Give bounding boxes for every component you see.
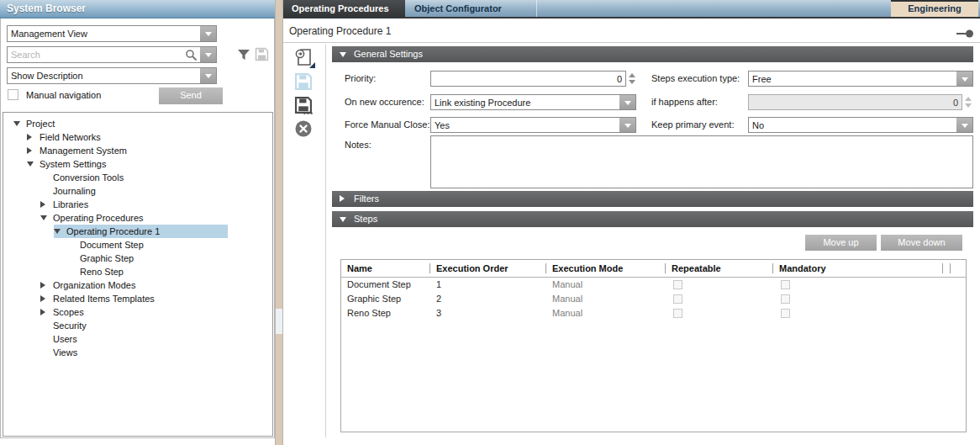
- tree-item-content[interactable]: Security: [40, 319, 92, 332]
- tree-item-content[interactable]: Project: [13, 117, 60, 130]
- expand-arrow-icon[interactable]: [27, 134, 40, 140]
- chevron-down-icon[interactable]: [619, 118, 635, 132]
- priority-input[interactable]: [430, 71, 626, 87]
- tree-item-content[interactable]: Graphic Step: [67, 252, 139, 265]
- tree-item-content[interactable]: System Settings: [27, 157, 111, 171]
- tree-item-related-items-templates[interactable]: Related Items Templates: [3, 292, 272, 305]
- expand-arrow-icon[interactable]: [40, 309, 53, 315]
- expand-arrow-icon[interactable]: [340, 195, 345, 202]
- send-button[interactable]: Send: [159, 87, 223, 104]
- tree-item-conversion-tools[interactable]: Conversion Tools: [3, 171, 272, 184]
- chevron-down-icon[interactable]: [619, 95, 635, 109]
- new-procedure-icon[interactable]: [294, 47, 314, 67]
- on-new-occurence-dropdown[interactable]: Link existing Procedure: [430, 94, 636, 110]
- chevron-down-icon[interactable]: [956, 72, 972, 86]
- tree-item-management-system[interactable]: Management System: [3, 144, 272, 157]
- pin-icon[interactable]: [956, 29, 974, 40]
- expand-arrow-icon[interactable]: [40, 295, 53, 302]
- manual-navigation-checkbox[interactable]: [8, 89, 18, 100]
- tree-item-document-step[interactable]: Document Step: [3, 238, 272, 252]
- steps-execution-type-dropdown[interactable]: Free: [748, 71, 973, 87]
- chevron-down-icon[interactable]: [956, 118, 972, 132]
- tree-item-content[interactable]: Operating Procedure 1: [54, 225, 228, 238]
- tree-item-system-settings[interactable]: System Settings: [3, 157, 272, 171]
- collapse-arrow-icon[interactable]: [13, 121, 26, 126]
- tree-item-graphic-step[interactable]: Graphic Step: [3, 252, 272, 265]
- search-options-chevron-icon[interactable]: [200, 47, 216, 62]
- filter-icon[interactable]: [237, 48, 250, 63]
- expand-arrow-icon[interactable]: [40, 201, 53, 208]
- tree-item-content[interactable]: Conversion Tools: [40, 171, 129, 184]
- column-header-name[interactable]: Name: [341, 260, 430, 277]
- search-icon[interactable]: [185, 49, 198, 63]
- tree-item-libraries[interactable]: Libraries: [3, 198, 272, 211]
- tree-item-users[interactable]: Users: [3, 332, 272, 346]
- repeatable-checkbox[interactable]: [673, 280, 682, 289]
- display-mode-dropdown[interactable]: Show Description: [7, 67, 217, 84]
- mandatory-checkbox[interactable]: [781, 280, 790, 289]
- force-manual-close-dropdown[interactable]: Yes: [430, 117, 636, 133]
- tree-item-content[interactable]: Document Step: [67, 238, 149, 252]
- tree-item-content[interactable]: Scopes: [40, 305, 89, 319]
- tree-item-operating-procedure-1[interactable]: Operating Procedure 1: [3, 225, 272, 238]
- collapse-arrow-icon[interactable]: [27, 162, 40, 167]
- tree-item-content[interactable]: Reno Step: [67, 265, 129, 278]
- steps-header[interactable]: Steps: [332, 211, 973, 227]
- tree-item-security[interactable]: Security: [3, 319, 272, 332]
- search-input[interactable]: [8, 47, 182, 62]
- tab-operating-procedures[interactable]: Operating Procedures: [283, 0, 405, 17]
- panel-splitter[interactable]: [275, 0, 283, 445]
- tree-item-scopes[interactable]: Scopes: [3, 305, 272, 319]
- chevron-down-icon[interactable]: [200, 26, 216, 41]
- repeatable-checkbox[interactable]: [673, 309, 682, 318]
- column-header-mandatory[interactable]: Mandatory: [773, 260, 943, 277]
- splitter-grip[interactable]: [276, 309, 282, 334]
- column-header-spacer[interactable]: [951, 260, 966, 277]
- chevron-down-icon[interactable]: [200, 68, 216, 83]
- collapse-arrow-icon[interactable]: [340, 217, 346, 222]
- tree-item-content[interactable]: Users: [40, 332, 82, 346]
- tab-engineering[interactable]: Engineering: [891, 0, 978, 17]
- tree-item-journaling[interactable]: Journaling: [3, 184, 272, 198]
- tree-item-project[interactable]: Project: [3, 117, 272, 130]
- tree-item-views[interactable]: Views: [3, 346, 272, 359]
- table-row-document-step[interactable]: Document Step1Manual: [341, 278, 966, 292]
- priority-spinner[interactable]: [628, 71, 635, 87]
- collapse-arrow-icon[interactable]: [40, 215, 53, 220]
- tree-item-content[interactable]: Operating Procedures: [40, 211, 149, 225]
- notes-textarea[interactable]: [430, 135, 973, 188]
- expand-arrow-icon[interactable]: [27, 147, 40, 154]
- save-as-icon[interactable]: [294, 96, 314, 116]
- column-header-execution-order[interactable]: Execution Order: [430, 260, 546, 277]
- view-selector-dropdown[interactable]: Management View: [7, 25, 217, 42]
- column-header-repeatable[interactable]: Repeatable: [666, 260, 773, 277]
- tree-item-content[interactable]: Field Networks: [27, 130, 106, 144]
- spin-up-icon[interactable]: [629, 73, 635, 77]
- tree-item-reno-step[interactable]: Reno Step: [3, 265, 272, 278]
- filters-header[interactable]: Filters: [332, 191, 973, 207]
- tree-item-field-networks[interactable]: Field Networks: [3, 130, 272, 144]
- expand-arrow-icon[interactable]: [40, 282, 53, 289]
- column-header-execution-mode[interactable]: Execution Mode: [546, 260, 666, 277]
- table-row-reno-step[interactable]: Reno Step3Manual: [341, 306, 966, 321]
- move-down-button[interactable]: Move down: [881, 235, 962, 251]
- collapse-arrow-icon[interactable]: [54, 229, 66, 234]
- tree-item-content[interactable]: Journaling: [40, 184, 101, 198]
- move-up-button[interactable]: Move up: [805, 235, 877, 251]
- tree-item-content[interactable]: Organization Modes: [40, 278, 140, 292]
- tree-item-content[interactable]: Libraries: [40, 198, 93, 211]
- table-row-graphic-step[interactable]: Graphic Step2Manual: [341, 292, 966, 306]
- mandatory-checkbox[interactable]: [781, 309, 790, 318]
- tab-object-configurator[interactable]: Object Configurator: [406, 0, 537, 17]
- tree-item-operating-procedures[interactable]: Operating Procedures: [3, 211, 272, 225]
- repeatable-checkbox[interactable]: [673, 294, 682, 304]
- tree-item-content[interactable]: Management System: [27, 144, 132, 157]
- collapse-arrow-icon[interactable]: [340, 52, 346, 57]
- tree-item-organization-modes[interactable]: Organization Modes: [3, 278, 272, 292]
- spin-down-icon[interactable]: [629, 80, 635, 84]
- general-settings-header[interactable]: General Settings: [332, 46, 973, 62]
- discard-icon[interactable]: [294, 119, 314, 140]
- column-header-spacer[interactable]: [943, 260, 951, 277]
- tree-item-content[interactable]: Related Items Templates: [40, 292, 160, 305]
- keep-primary-event-dropdown[interactable]: No: [748, 117, 973, 133]
